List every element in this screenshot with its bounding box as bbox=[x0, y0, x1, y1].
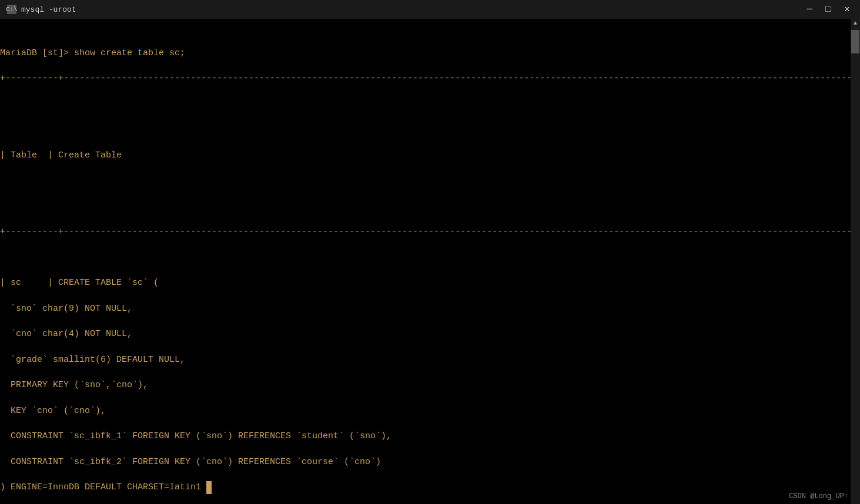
line-pk: PRIMARY KEY (`sno`,`cno`), bbox=[0, 379, 860, 392]
line-sep2: +----------+----------------------------… bbox=[0, 226, 860, 238]
terminal-content: MariaDB [st]> show create table sc; +---… bbox=[0, 21, 860, 504]
watermark: CSDN @Long_UP↑ bbox=[789, 492, 848, 500]
window-title: mysql -uroot bbox=[21, 5, 804, 14]
line-fk1: CONSTRAINT `sc_ibfk_1` FOREIGN KEY (`sno… bbox=[0, 430, 860, 443]
maximize-button[interactable]: □ bbox=[822, 4, 834, 15]
minimize-button[interactable]: ─ bbox=[804, 4, 815, 15]
line-blank2 bbox=[0, 123, 860, 136]
line-col3: `grade` smallint(6) DEFAULT NULL, bbox=[0, 354, 860, 367]
line-prompt1: MariaDB [st]> show create table sc; bbox=[0, 47, 860, 60]
line-sep1: +----------+----------------------------… bbox=[0, 72, 860, 85]
line-fk2: CONSTRAINT `sc_ibfk_2` FOREIGN KEY (`cno… bbox=[0, 456, 860, 469]
line-col1: `sno` char(9) NOT NULL, bbox=[0, 303, 860, 315]
scrollbar[interactable]: ▲ bbox=[851, 19, 860, 504]
line-engine: ) ENGINE=InnoDB DEFAULT CHARSET=latin1 bbox=[0, 481, 860, 494]
window-controls: ─ □ ✕ bbox=[804, 4, 853, 15]
line-blank3 bbox=[0, 174, 860, 187]
line-col2: `cno` char(4) NOT NULL, bbox=[0, 328, 860, 341]
terminal-icon: C:\ bbox=[7, 5, 16, 14]
title-bar: C:\ mysql -uroot ─ □ ✕ bbox=[0, 0, 860, 19]
terminal-window: C:\ mysql -uroot ─ □ ✕ MariaDB [st]> sho… bbox=[0, 0, 860, 504]
terminal-body[interactable]: MariaDB [st]> show create table sc; +---… bbox=[0, 19, 860, 504]
line-blank1 bbox=[0, 98, 860, 111]
line-dataline: | sc | CREATE TABLE `sc` ( bbox=[0, 277, 860, 290]
line-blank4 bbox=[0, 200, 860, 213]
terminal-wrapper: MariaDB [st]> show create table sc; +---… bbox=[0, 19, 860, 504]
close-button[interactable]: ✕ bbox=[841, 4, 853, 15]
line-key1: KEY `cno` (`cno`), bbox=[0, 405, 860, 418]
line-blank5 bbox=[0, 251, 860, 264]
scroll-up-arrow[interactable]: ▲ bbox=[851, 19, 860, 28]
scroll-thumb[interactable] bbox=[851, 30, 859, 53]
line-header: | Table | Create Table bbox=[0, 149, 860, 162]
cursor bbox=[206, 481, 212, 494]
